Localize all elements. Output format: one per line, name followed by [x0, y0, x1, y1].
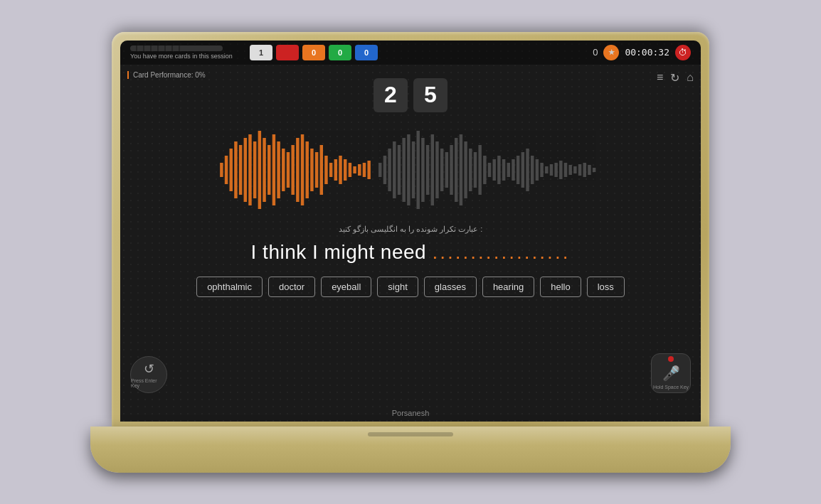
svg-rect-56 [493, 159, 496, 181]
progress-bar-fill [130, 45, 181, 51]
svg-rect-33 [383, 156, 386, 184]
card-counts: 1 0 0 0 [250, 45, 378, 60]
svg-rect-52 [474, 152, 477, 188]
svg-rect-46 [445, 152, 448, 188]
score-value: 0 [593, 47, 598, 58]
counter-left: 2 [374, 78, 408, 112]
reload-button[interactable]: ↺ Press Enter Key [130, 356, 167, 393]
svg-rect-42 [426, 145, 429, 195]
svg-rect-39 [412, 141, 415, 198]
svg-rect-54 [484, 156, 487, 184]
card-counter: 2 5 [374, 78, 447, 112]
word-chip-doctor[interactable]: doctor [268, 277, 315, 297]
main-content: Card Performance: 0% ≡ ↻ ⌂ 2 5 [120, 65, 701, 422]
reload-label: Press Enter Key [131, 378, 166, 388]
svg-rect-55 [488, 163, 491, 177]
svg-rect-9 [263, 138, 266, 202]
badge-red[interactable] [276, 45, 299, 60]
badge-blue[interactable]: 0 [355, 45, 378, 60]
svg-rect-30 [363, 163, 366, 177]
svg-rect-25 [339, 156, 342, 184]
app-screen: You have more cards in this session 1 0 [120, 41, 701, 422]
reload-icon: ↺ [144, 361, 154, 377]
card-performance: Card Performance: 0% [127, 71, 206, 79]
svg-rect-66 [541, 163, 544, 177]
svg-rect-58 [502, 159, 505, 181]
svg-rect-59 [507, 163, 510, 177]
timer-icon: ⏱ [675, 45, 691, 60]
svg-rect-19 [311, 149, 314, 191]
svg-rect-29 [358, 164, 361, 176]
svg-rect-44 [436, 141, 439, 198]
svg-rect-2 [230, 149, 233, 191]
word-chip-ophthalmic[interactable]: ophthalmic [196, 277, 263, 297]
top-right-icons: ≡ ↻ ⌂ [657, 71, 694, 85]
svg-rect-13 [282, 149, 285, 191]
svg-rect-7 [253, 141, 256, 198]
svg-rect-11 [272, 134, 275, 205]
svg-rect-5 [244, 138, 247, 202]
home-icon[interactable]: ⌂ [687, 71, 694, 85]
badge-green[interactable]: 0 [329, 45, 351, 60]
mic-button[interactable]: 🎤 Hold Space Key [651, 353, 691, 393]
svg-rect-41 [422, 138, 425, 202]
svg-rect-68 [550, 164, 553, 176]
svg-rect-14 [287, 152, 290, 188]
svg-rect-61 [517, 156, 519, 184]
svg-rect-50 [465, 141, 467, 198]
score-display: 0 ★ [593, 45, 619, 60]
svg-rect-27 [349, 163, 351, 177]
svg-rect-63 [526, 149, 529, 191]
word-chip-hearing[interactable]: hearing [482, 277, 534, 297]
word-chip-eyeball[interactable]: eyeball [321, 277, 371, 297]
svg-rect-51 [469, 149, 472, 191]
word-chip-hello[interactable]: hello [540, 277, 581, 297]
svg-rect-0 [221, 163, 223, 177]
word-chips: ophthalmic doctor eyeball sight glasses … [196, 277, 625, 297]
svg-rect-6 [249, 134, 252, 205]
svg-rect-45 [440, 149, 443, 191]
laptop-lid: You have more cards in this session 1 0 [112, 32, 709, 430]
progress-text: You have more cards in this session [130, 53, 237, 60]
svg-rect-74 [578, 164, 581, 176]
refresh-icon[interactable]: ↻ [670, 71, 679, 85]
timer-display: 00:00:32 [625, 47, 669, 58]
svg-rect-71 [564, 163, 567, 177]
badge-white[interactable]: 1 [250, 45, 272, 60]
svg-rect-40 [417, 131, 420, 209]
word-chip-sight[interactable]: sight [377, 277, 418, 297]
badge-orange[interactable]: 0 [302, 45, 325, 60]
sentence-dots: .................. [432, 241, 570, 263]
svg-rect-15 [292, 145, 295, 195]
svg-rect-65 [536, 159, 539, 181]
svg-rect-21 [320, 145, 323, 195]
svg-rect-67 [545, 166, 548, 173]
svg-rect-18 [306, 141, 309, 198]
svg-rect-48 [455, 138, 457, 202]
svg-rect-53 [479, 145, 482, 195]
waveform-container [212, 124, 608, 216]
waveform-svg [212, 124, 608, 216]
instruction-text: : عبارت تکرار شونده را به انگلیسی بازگو … [339, 225, 483, 234]
svg-rect-23 [329, 163, 332, 177]
screen-bezel: You have more cards in this session 1 0 [120, 41, 701, 422]
svg-rect-35 [393, 141, 396, 198]
svg-rect-60 [512, 159, 515, 181]
top-bar: You have more cards in this session 1 0 [120, 41, 701, 65]
svg-rect-34 [388, 149, 391, 191]
svg-rect-26 [344, 159, 346, 181]
svg-rect-17 [301, 134, 304, 205]
word-chip-glasses[interactable]: glasses [424, 277, 477, 297]
svg-rect-3 [235, 141, 238, 198]
word-chip-loss[interactable]: loss [587, 277, 625, 297]
svg-rect-28 [354, 166, 356, 173]
svg-rect-1 [225, 156, 228, 184]
svg-rect-57 [498, 156, 501, 184]
svg-rect-43 [431, 134, 434, 205]
svg-rect-32 [378, 163, 381, 177]
mic-label: Hold Space Key [653, 385, 689, 390]
menu-icon[interactable]: ≡ [657, 71, 663, 85]
svg-rect-38 [408, 134, 410, 205]
mic-recording-dot [668, 356, 674, 362]
sentence-display: I think I might need .................. [251, 241, 571, 264]
